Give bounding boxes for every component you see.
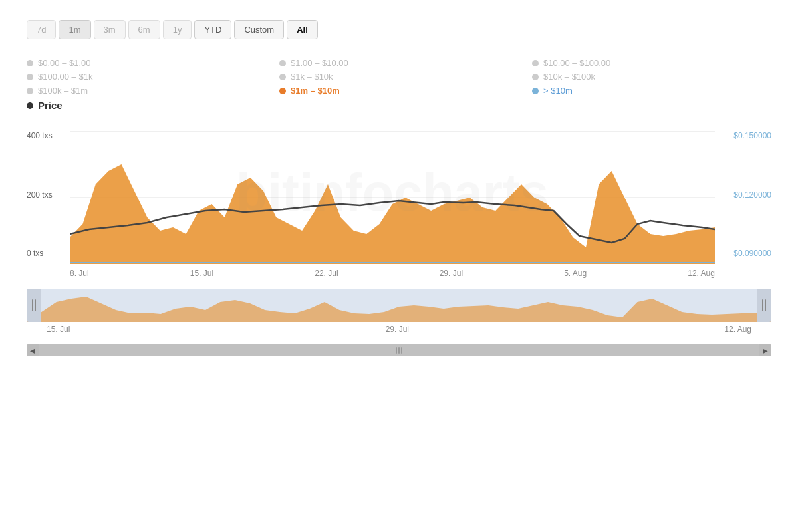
x-label-1: 15. Jul <box>190 269 213 278</box>
x-label-4: 5. Aug <box>564 269 587 278</box>
y-label-mid-left: 200 txs <box>27 190 66 200</box>
scrollbar-thumb-line <box>396 347 397 354</box>
scrollbar-right-arrow[interactable]: ▶ <box>759 344 771 356</box>
handle-lines-right <box>762 299 766 311</box>
legend-dot-7 <box>279 88 286 94</box>
legend-label-5: $10k – $100k <box>543 72 595 82</box>
navigator-track[interactable] <box>27 289 771 322</box>
legend-label-1: $1.00 – $10.00 <box>291 58 348 68</box>
legend-label-price: Price <box>38 100 63 111</box>
y-axis-right: $0.150000 $0.120000 $0.090000 <box>718 131 771 258</box>
scrollbar-left-arrow[interactable]: ◀ <box>27 344 39 356</box>
navigator-svg <box>27 289 771 322</box>
scrollbar-thumb[interactable] <box>39 344 759 356</box>
navigator-handle-right[interactable] <box>757 289 771 322</box>
chart-legend: $0.00 – $1.00 $1.00 – $10.00 $10.00 – $1… <box>27 58 771 111</box>
legend-dot-6 <box>27 88 33 94</box>
legend-dot-price <box>27 102 33 109</box>
legend-item-7: $1m – $10m <box>279 86 519 96</box>
legend-dot-1 <box>279 60 286 66</box>
handle-lines-left <box>32 299 36 311</box>
legend-label-7: $1m – $10m <box>291 86 340 96</box>
btn-3m[interactable]: 3m <box>94 20 126 39</box>
btn-7d[interactable]: 7d <box>27 20 56 39</box>
btn-1m[interactable]: 1m <box>59 20 90 39</box>
legend-item-1: $1.00 – $10.00 <box>279 58 519 68</box>
x-label-0: 8. Jul <box>70 269 89 278</box>
navigator-label-1: 29. Jul <box>386 325 409 334</box>
y-label-top-left: 400 txs <box>27 131 66 140</box>
btn-ytd[interactable]: YTD <box>194 20 231 39</box>
legend-item-8: > $10m <box>532 86 771 96</box>
legend-item-0: $0.00 – $1.00 <box>27 58 266 68</box>
scrollbar[interactable]: ◀ ▶ <box>27 344 771 356</box>
chart-svg-wrapper: bitinfocharts <box>70 131 715 266</box>
btn-custom[interactable]: Custom <box>234 20 284 39</box>
x-label-5: 12. Aug <box>688 269 715 278</box>
scrollbar-thumb-line <box>401 347 402 354</box>
legend-item-price: Price <box>27 100 266 111</box>
handle-line <box>32 299 33 311</box>
btn-all[interactable]: All <box>287 20 318 39</box>
x-label-3: 29. Jul <box>440 269 463 278</box>
legend-label-4: $1k – $10k <box>291 72 333 82</box>
legend-dot-5 <box>532 74 539 80</box>
chart-svg: bitinfocharts <box>70 131 715 264</box>
legend-dot-0 <box>27 60 33 66</box>
btn-6m[interactable]: 6m <box>128 20 160 39</box>
navigator-labels: 15. Jul 29. Jul 12. Aug <box>27 325 771 334</box>
btn-1y[interactable]: 1y <box>163 20 192 39</box>
y-label-mid-right: $0.120000 <box>733 190 771 200</box>
navigator-label-0: 15. Jul <box>47 325 70 334</box>
legend-item-3: $100.00 – $1k <box>27 72 266 82</box>
x-label-2: 22. Jul <box>315 269 338 278</box>
main-chart: 400 txs 200 txs 0 txs $0.150000 $0.12000… <box>27 131 771 278</box>
handle-line <box>762 299 763 311</box>
legend-item-4: $1k – $10k <box>279 72 519 82</box>
handle-line <box>765 299 766 311</box>
y-label-bottom-left: 0 txs <box>27 249 66 258</box>
legend-item-6: $100k – $1m <box>27 86 266 96</box>
chart-navigator[interactable]: 15. Jul 29. Jul 12. Aug <box>27 289 771 342</box>
x-axis-labels: 8. Jul 15. Jul 22. Jul 29. Jul 5. Aug 12… <box>70 269 715 278</box>
y-label-top-right: $0.150000 <box>733 131 771 140</box>
legend-dot-3 <box>27 74 33 80</box>
handle-line <box>35 299 36 311</box>
legend-item-5: $10k – $100k <box>532 72 771 82</box>
y-label-bottom-right: $0.090000 <box>733 249 771 258</box>
legend-label-0: $0.00 – $1.00 <box>38 58 91 68</box>
legend-dot-2 <box>532 60 539 66</box>
legend-dot-4 <box>279 74 286 80</box>
watermark-text: bitinfocharts <box>236 163 549 222</box>
scrollbar-thumb-line <box>398 347 400 354</box>
legend-label-2: $10.00 – $100.00 <box>543 58 610 68</box>
legend-dot-8 <box>532 88 539 94</box>
legend-label-6: $100k – $1m <box>38 86 88 96</box>
scrollbar-thumb-lines <box>396 347 402 354</box>
legend-item-2: $10.00 – $100.00 <box>532 58 771 68</box>
time-filter-bar: 7d 1m 3m 6m 1y YTD Custom All <box>27 20 771 39</box>
legend-label-8: > $10m <box>543 86 573 96</box>
navigator-handle-left[interactable] <box>27 289 41 322</box>
navigator-label-2: 12. Aug <box>724 325 751 334</box>
y-axis-left: 400 txs 200 txs 0 txs <box>27 131 66 258</box>
legend-label-3: $100.00 – $1k <box>38 72 92 82</box>
